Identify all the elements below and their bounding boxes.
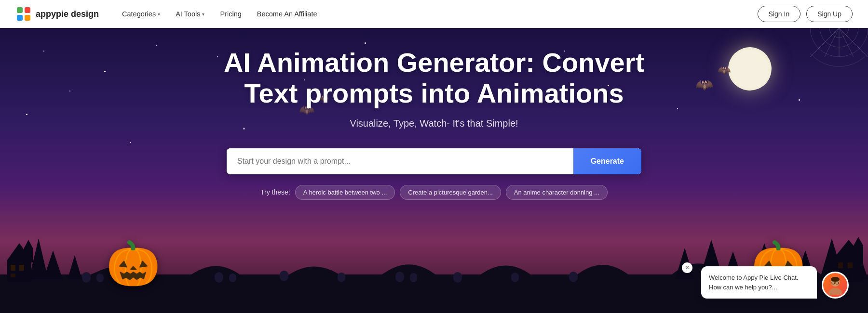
- navbar: appypie design Categories ▾ AI Tools ▾ P…: [0, 0, 868, 28]
- svg-rect-33: [410, 273, 417, 282]
- svg-point-51: [828, 288, 842, 295]
- svg-rect-28: [215, 272, 223, 283]
- logo-text: appypie design: [36, 9, 99, 19]
- svg-marker-17: [43, 250, 63, 279]
- svg-rect-35: [511, 273, 519, 282]
- search-box: Generate: [227, 148, 641, 174]
- svg-rect-46: [854, 246, 863, 260]
- svg-rect-21: [24, 248, 33, 262]
- hero-title: AI Animation Generator: Convert Text pro…: [217, 47, 651, 109]
- svg-rect-32: [395, 272, 404, 282]
- svg-marker-47: [854, 237, 863, 246]
- logo-icon: [15, 6, 32, 22]
- generate-button[interactable]: Generate: [573, 148, 641, 174]
- chat-widget: ✕ Welcome to Appy Pie Live Chat. How can…: [701, 266, 849, 299]
- svg-marker-22: [24, 240, 33, 248]
- nav-ai-tools[interactable]: AI Tools ▾: [176, 10, 204, 18]
- svg-rect-1: [17, 7, 23, 13]
- logo[interactable]: appypie design: [15, 6, 99, 22]
- chat-bubble-container: ✕ Welcome to Appy Pie Live Chat. How can…: [701, 266, 817, 299]
- chevron-down-icon: ▾: [202, 12, 204, 17]
- try-these-section: Try these: A heroic battle between two .…: [260, 185, 608, 200]
- svg-rect-36: [569, 272, 578, 282]
- search-input[interactable]: [227, 148, 573, 174]
- chat-close-button[interactable]: ✕: [682, 262, 692, 273]
- svg-rect-2: [25, 7, 30, 13]
- svg-rect-24: [19, 265, 24, 271]
- svg-rect-29: [229, 274, 236, 282]
- svg-rect-19: [7, 260, 31, 282]
- signup-button[interactable]: Sign Up: [806, 6, 853, 22]
- svg-rect-3: [17, 15, 23, 21]
- chat-avatar[interactable]: [822, 272, 849, 299]
- svg-rect-26: [82, 272, 91, 283]
- try-these-label: Try these:: [260, 188, 290, 196]
- avatar-icon: [826, 275, 845, 295]
- svg-rect-4: [25, 15, 30, 21]
- svg-rect-34: [453, 272, 462, 283]
- nav-affiliate[interactable]: Become An Affiliate: [257, 10, 317, 18]
- nav-pricing[interactable]: Pricing: [220, 10, 241, 18]
- svg-rect-31: [338, 273, 345, 282]
- suggestion-pill-2[interactable]: Create a picturesque garden...: [400, 185, 501, 200]
- nav-categories[interactable]: Categories ▾: [122, 10, 160, 18]
- nav-links: Categories ▾ AI Tools ▾ Pricing Become A…: [122, 10, 758, 18]
- svg-rect-25: [11, 274, 15, 277]
- chevron-down-icon: ▾: [158, 12, 160, 17]
- nav-auth-buttons: Sign In Sign Up: [758, 6, 853, 22]
- suggestion-pill-3[interactable]: An anime character donning ...: [506, 185, 608, 200]
- chat-bubble: Welcome to Appy Pie Live Chat. How can w…: [701, 266, 817, 299]
- svg-rect-23: [11, 265, 15, 271]
- svg-marker-18: [68, 255, 82, 279]
- hero-content: AI Animation Generator: Convert Text pro…: [0, 47, 868, 200]
- svg-rect-27: [96, 274, 104, 282]
- suggestion-pill-1[interactable]: A heroic battle between two ...: [295, 185, 395, 200]
- pumpkin-left-decoration: 🎃: [106, 238, 160, 289]
- signin-button[interactable]: Sign In: [758, 6, 801, 22]
- svg-rect-30: [280, 271, 288, 281]
- hero-subtitle: Visualize, Type, Watch- It's that Simple…: [350, 118, 518, 129]
- svg-point-53: [831, 277, 840, 282]
